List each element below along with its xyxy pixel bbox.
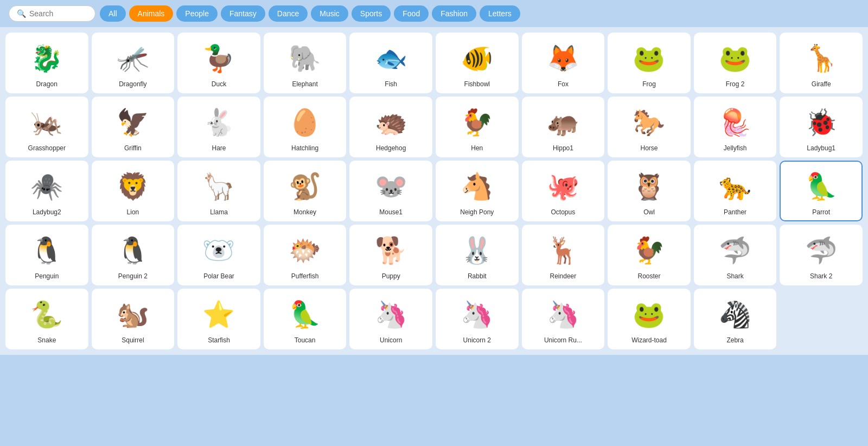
animal-card[interactable]: 🦄Unicorn Ru... bbox=[522, 289, 605, 349]
animal-card[interactable]: 🦄Unicorn 2 bbox=[436, 289, 519, 349]
animal-card[interactable]: 🐇Hare bbox=[177, 97, 260, 157]
animal-card[interactable]: 🦆Duck bbox=[177, 33, 260, 93]
animal-card[interactable]: ⭐Starfish bbox=[177, 289, 260, 349]
animal-card[interactable]: 🐸Wizard-toad bbox=[608, 289, 691, 349]
animal-card[interactable]: 🦓Zebra bbox=[694, 289, 777, 349]
animal-card[interactable]: 🦜Parrot bbox=[780, 161, 863, 221]
animal-card[interactable]: 🐿️Squirrel bbox=[92, 289, 175, 349]
animal-name: Panther bbox=[724, 208, 746, 216]
animal-emoji: 🐞 bbox=[784, 103, 858, 142]
filter-btn-all[interactable]: All bbox=[100, 5, 126, 22]
animal-card[interactable]: 🦟Dragonfly bbox=[92, 33, 175, 93]
animal-card[interactable]: 🦙Llama bbox=[177, 161, 260, 221]
filter-btn-food[interactable]: Food bbox=[394, 5, 429, 22]
animal-card[interactable]: 🐘Elephant bbox=[264, 33, 347, 93]
animal-emoji: 🕷️ bbox=[10, 167, 84, 206]
animal-name: Ladybug2 bbox=[33, 208, 61, 216]
animal-name: Jellyfish bbox=[724, 144, 747, 152]
animal-name: Zebra bbox=[726, 336, 743, 344]
animal-name: Wizard-toad bbox=[631, 336, 667, 344]
animal-card[interactable]: 🐠Fishbowl bbox=[436, 33, 519, 93]
animal-card[interactable]: 🦈Shark 2 bbox=[780, 225, 863, 285]
animal-card[interactable]: 🐧Penguin 2 bbox=[92, 225, 175, 285]
animal-card[interactable]: 🐕Puppy bbox=[349, 225, 432, 285]
animal-card[interactable]: 🐎Horse bbox=[608, 97, 691, 157]
animal-name: Giraffe bbox=[812, 80, 831, 88]
animal-name: Squirrel bbox=[122, 336, 144, 344]
animal-card[interactable]: 🐸Frog 2 bbox=[694, 33, 777, 93]
search-icon: 🔍 bbox=[17, 9, 26, 18]
animal-card[interactable]: 🦔Hedgehog bbox=[349, 97, 432, 157]
search-box[interactable]: 🔍 bbox=[9, 5, 95, 22]
animal-name: Polar Bear bbox=[203, 272, 234, 280]
search-input[interactable] bbox=[29, 9, 89, 18]
filter-btn-animals[interactable]: Animals bbox=[129, 5, 174, 22]
animal-card[interactable]: 🦒Giraffe bbox=[780, 33, 863, 93]
animal-emoji: 🦒 bbox=[784, 39, 858, 78]
animal-emoji: 🐸 bbox=[698, 39, 773, 78]
animal-name: Octopus bbox=[551, 208, 576, 216]
animal-card[interactable]: 🐒Monkey bbox=[264, 161, 347, 221]
header: 🔍 AllAnimalsPeopleFantasyDanceMusicSport… bbox=[0, 0, 868, 27]
animal-name: Griffin bbox=[124, 144, 142, 152]
animal-emoji: 🪼 bbox=[698, 103, 773, 142]
filter-btn-dance[interactable]: Dance bbox=[269, 5, 308, 22]
animal-card[interactable]: 🦉Owl bbox=[608, 161, 691, 221]
animal-name: Hippo1 bbox=[553, 144, 573, 152]
animal-grid: 🐉Dragon🦟Dragonfly🦆Duck🐘Elephant🐟Fish🐠Fis… bbox=[0, 27, 868, 355]
animal-card[interactable]: 🦜Toucan bbox=[264, 289, 347, 349]
animal-card[interactable]: 🐍Snake bbox=[5, 289, 88, 349]
animal-card[interactable]: 🦛Hippo1 bbox=[522, 97, 605, 157]
animal-name: Fish bbox=[385, 80, 397, 88]
animal-card[interactable]: 🦈Shark bbox=[694, 225, 777, 285]
animal-card[interactable]: 🦅Griffin bbox=[92, 97, 175, 157]
animal-name: Hatchling bbox=[291, 144, 318, 152]
filter-btn-fantasy[interactable]: Fantasy bbox=[221, 5, 265, 22]
animal-card[interactable]: 🐡Pufferfish bbox=[264, 225, 347, 285]
animal-card[interactable]: 🐓Rooster bbox=[608, 225, 691, 285]
animal-card[interactable]: 🐉Dragon bbox=[5, 33, 88, 93]
filter-btn-people[interactable]: People bbox=[176, 5, 218, 22]
animal-name: Grasshopper bbox=[28, 144, 66, 152]
animal-card[interactable]: 🪼Jellyfish bbox=[694, 97, 777, 157]
filter-btn-letters[interactable]: Letters bbox=[480, 5, 520, 22]
animal-name: Elephant bbox=[292, 80, 317, 88]
animal-card[interactable]: 🦊Fox bbox=[522, 33, 605, 93]
animal-card[interactable]: 🐆Panther bbox=[694, 161, 777, 221]
animal-card[interactable]: 🐰Rabbit bbox=[436, 225, 519, 285]
animal-card[interactable]: 🐞Ladybug1 bbox=[780, 97, 863, 157]
animal-card[interactable]: 🐧Penguin bbox=[5, 225, 88, 285]
animal-name: Mouse1 bbox=[379, 208, 403, 216]
animal-card[interactable]: 🐭Mouse1 bbox=[349, 161, 432, 221]
animal-name: Neigh Pony bbox=[460, 208, 494, 216]
animal-name: Unicorn bbox=[380, 336, 402, 344]
animal-name: Hen bbox=[471, 144, 483, 152]
animal-emoji: 🦉 bbox=[612, 167, 686, 206]
animal-emoji: 🐭 bbox=[354, 167, 428, 206]
animal-card[interactable]: 🐴Neigh Pony bbox=[436, 161, 519, 221]
animal-card[interactable]: 🐟Fish bbox=[349, 33, 432, 93]
animal-card[interactable]: 🐸Frog bbox=[608, 33, 691, 93]
animal-name: Puppy bbox=[382, 272, 400, 280]
animal-name: Toucan bbox=[295, 336, 316, 344]
animal-card[interactable]: 🥚Hatchling bbox=[264, 97, 347, 157]
animal-card[interactable]: 🦗Grasshopper bbox=[5, 97, 88, 157]
animal-emoji: 🐿️ bbox=[96, 295, 170, 334]
animal-card[interactable]: 🐻‍❄️Polar Bear bbox=[177, 225, 260, 285]
animal-card[interactable]: 🦌Reindeer bbox=[522, 225, 605, 285]
animal-card[interactable]: 🦁Lion bbox=[92, 161, 175, 221]
animal-card[interactable]: 🐙Octopus bbox=[522, 161, 605, 221]
animal-name: Hedgehog bbox=[376, 144, 406, 152]
animal-name: Llama bbox=[210, 208, 228, 216]
animal-name: Shark 2 bbox=[810, 272, 832, 280]
filter-btn-fashion[interactable]: Fashion bbox=[432, 5, 476, 22]
animal-card[interactable]: 🐓Hen bbox=[436, 97, 519, 157]
filter-btn-music[interactable]: Music bbox=[311, 5, 348, 22]
animal-name: Ladybug1 bbox=[807, 144, 835, 152]
animal-card[interactable]: 🕷️Ladybug2 bbox=[5, 161, 88, 221]
animal-emoji: 🦗 bbox=[10, 103, 84, 142]
animal-emoji: 🦁 bbox=[96, 167, 170, 206]
animal-card[interactable]: 🦄Unicorn bbox=[349, 289, 432, 349]
filter-btn-sports[interactable]: Sports bbox=[352, 5, 391, 22]
animal-name: Parrot bbox=[812, 208, 830, 216]
